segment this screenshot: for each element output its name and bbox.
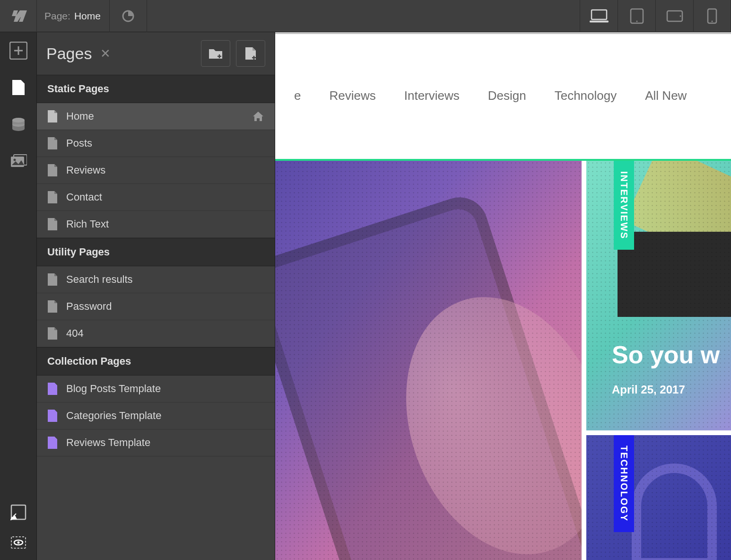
nav-item[interactable]: e (294, 88, 301, 103)
page-item-label: Categories Template (66, 410, 161, 422)
page-icon (47, 164, 58, 177)
page-item-search-results[interactable]: Search results (37, 266, 275, 293)
featured-card-interviews[interactable]: INTERVIEWS So you w April 25, 2017 (586, 161, 731, 430)
page-item-posts[interactable]: Posts (37, 130, 275, 157)
page-label: Page: (37, 10, 74, 22)
svg-point-17 (17, 542, 19, 544)
xray-button[interactable] (7, 531, 30, 554)
page-item-404[interactable]: 404 (37, 320, 275, 347)
device-tablet-button[interactable] (618, 0, 655, 32)
nav-item[interactable]: Reviews (329, 88, 375, 103)
template-page-icon (47, 409, 58, 422)
page-item-contact[interactable]: Contact (37, 184, 275, 211)
nav-item[interactable]: Design (488, 88, 526, 103)
page-icon (47, 137, 58, 150)
page-item-reviews[interactable]: Reviews (37, 157, 275, 184)
page-item-home[interactable]: Home (37, 103, 275, 130)
home-icon (252, 111, 264, 122)
nav-item[interactable]: Technology (555, 88, 617, 103)
card-title: So you w (612, 341, 720, 369)
svg-point-4 (636, 20, 637, 22)
page-item-label: Home (66, 110, 94, 122)
category-tag: INTERVIEWS (614, 161, 634, 250)
add-element-button[interactable] (7, 39, 30, 62)
section-collection-pages: Collection Pages (37, 347, 275, 376)
svg-rect-1 (592, 10, 607, 19)
pages-panel-button[interactable] (7, 76, 30, 99)
card-date: April 25, 2017 (612, 383, 685, 396)
device-desktop-button[interactable] (580, 0, 618, 32)
page-item-label: Reviews (66, 164, 105, 176)
page-item-label: Reviews Template (66, 437, 150, 449)
section-utility-pages: Utility Pages (37, 238, 275, 266)
page-item-label: Password (66, 300, 112, 313)
svg-point-13 (13, 159, 16, 161)
page-icon (47, 110, 58, 123)
page-icon (47, 191, 58, 204)
page-item-label: Contact (66, 191, 102, 203)
page-item-rich-text[interactable]: Rich Text (37, 211, 275, 238)
page-item-categories-template[interactable]: Categories Template (37, 402, 275, 429)
panel-close-button[interactable]: ✕ (100, 46, 111, 61)
device-phone-button[interactable] (693, 0, 731, 32)
category-tag: TECHNOLOGY (614, 435, 634, 532)
pages-panel: Pages ✕ Static Pages Home Posts Reviews … (37, 32, 275, 560)
featured-card-large[interactable] (275, 161, 582, 560)
page-icon (47, 218, 58, 231)
page-icon (47, 327, 58, 340)
template-page-icon (47, 382, 58, 395)
left-rail (0, 32, 37, 560)
preview-button[interactable] (110, 0, 147, 32)
canvas-content[interactable]: e Reviews Interviews Design Technology A… (275, 34, 731, 560)
cards-grid: INTERVIEWS So you w April 25, 2017 TECHN… (275, 159, 731, 560)
navigator-button[interactable] (7, 500, 30, 524)
panel-header: Pages ✕ (37, 32, 275, 75)
device-switcher (580, 0, 731, 32)
page-icon (47, 300, 58, 313)
panel-title: Pages (46, 44, 92, 63)
page-item-password[interactable]: Password (37, 293, 275, 320)
new-folder-button[interactable] (201, 40, 230, 67)
new-page-button[interactable] (236, 40, 265, 67)
page-item-label: Posts (66, 137, 92, 149)
top-bar: Page: Home (0, 0, 731, 32)
section-static-pages: Static Pages (37, 75, 275, 103)
page-item-label: Search results (66, 273, 133, 286)
canvas: e Reviews Interviews Design Technology A… (275, 32, 731, 560)
device-tablet-landscape-button[interactable] (655, 0, 693, 32)
svg-rect-2 (590, 21, 609, 22)
page-item-blog-posts-template[interactable]: Blog Posts Template (37, 376, 275, 402)
webflow-logo[interactable] (0, 0, 37, 32)
svg-point-8 (712, 20, 713, 22)
nav-item[interactable]: All New (645, 88, 687, 103)
featured-card-technology[interactable]: TECHNOLOGY (586, 435, 731, 560)
site-navigation: e Reviews Interviews Design Technology A… (275, 34, 731, 157)
assets-panel-button[interactable] (7, 149, 30, 173)
current-page-name[interactable]: Home (74, 10, 109, 22)
nav-item[interactable]: Interviews (404, 88, 460, 103)
page-item-reviews-template[interactable]: Reviews Template (37, 429, 275, 456)
page-item-label: Rich Text (66, 218, 109, 230)
page-item-label: Blog Posts Template (66, 383, 161, 395)
page-icon (47, 273, 58, 286)
template-page-icon (47, 436, 58, 449)
page-item-label: 404 (66, 327, 84, 340)
svg-point-6 (679, 15, 681, 17)
cms-panel-button[interactable] (7, 113, 30, 136)
